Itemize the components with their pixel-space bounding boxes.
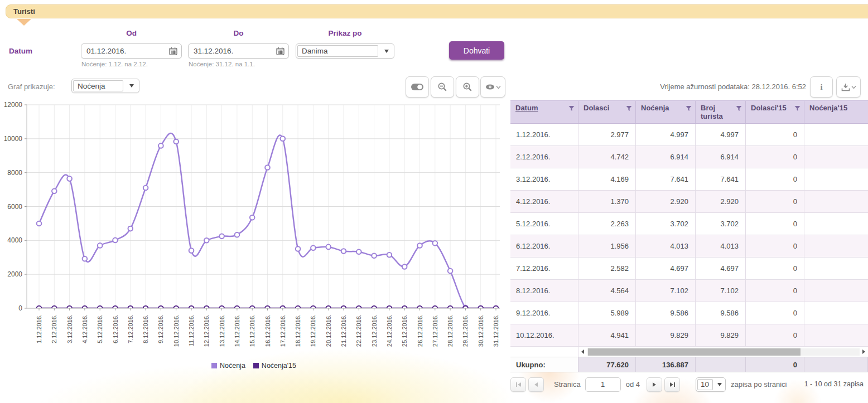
svg-text:12000: 12000 xyxy=(4,101,23,109)
svg-text:31.12.2016.: 31.12.2016. xyxy=(493,314,499,347)
chevron-down-icon[interactable] xyxy=(124,79,139,93)
line-chart[interactable]: 0200040006000800010000120001.12.2016.2.1… xyxy=(0,100,508,362)
zoom-in-button[interactable] xyxy=(456,76,479,98)
table-row[interactable]: 5.12.2016.2.2633.7023.7020 xyxy=(510,213,868,235)
date-to-value[interactable]: 31.12.2016. xyxy=(189,47,272,55)
totals-value xyxy=(696,357,746,372)
table-body: 1.12.2016.2.9774.9974.99702.12.2016.4.74… xyxy=(510,124,868,347)
chevron-down-icon[interactable] xyxy=(379,44,394,58)
cell-value: 0 xyxy=(746,258,804,279)
svg-text:30.12.2016.: 30.12.2016. xyxy=(478,314,484,347)
info-icon: i xyxy=(820,82,822,92)
scrollbar-track[interactable] xyxy=(587,348,860,356)
cell-value xyxy=(804,213,868,235)
scrollbar-thumb[interactable] xyxy=(588,348,801,356)
column-header-dolasci-15[interactable]: Dolasci'15 xyxy=(746,101,804,123)
chart-canvas[interactable]: 0200040006000800010000120001.12.2016.2.1… xyxy=(0,100,508,362)
cell-value: 0 xyxy=(746,191,804,212)
svg-text:19.12.2016.: 19.12.2016. xyxy=(310,314,316,347)
table-row[interactable]: 9.12.2016.5.9899.5869.5860 xyxy=(510,302,868,324)
page-label: Stranica xyxy=(554,380,581,389)
column-header-datum[interactable]: Datum xyxy=(510,101,578,123)
filter-icon[interactable] xyxy=(568,105,575,111)
filter-icon[interactable] xyxy=(686,105,692,111)
graf-prikazuje-select[interactable]: Noćenja xyxy=(71,79,139,93)
page-number-input[interactable] xyxy=(585,377,621,392)
last-page-button[interactable] xyxy=(664,377,680,392)
cell-value: 4.997 xyxy=(696,124,746,145)
zoom-out-button[interactable] xyxy=(431,76,454,98)
table-row[interactable]: 10.12.2016.4.9419.8299.8290 xyxy=(510,324,868,347)
totals-value: 136.887 xyxy=(636,357,696,372)
table-row[interactable]: 7.12.2016.2.5824.6974.6970 xyxy=(510,258,868,280)
toggle-series-button[interactable] xyxy=(406,76,429,98)
cell-value: 6.914 xyxy=(696,146,746,168)
svg-text:9.12.2016.: 9.12.2016. xyxy=(157,314,164,343)
first-page-button[interactable] xyxy=(510,377,526,392)
next-page-button[interactable] xyxy=(647,377,662,392)
column-label: Dolasci'15 xyxy=(751,104,787,123)
export-button[interactable] xyxy=(836,76,861,98)
cell-value xyxy=(804,124,868,145)
table-row[interactable]: 8.12.2016.4.5647.1027.1020 xyxy=(510,280,868,302)
calendar-icon[interactable] xyxy=(272,44,288,58)
previous-page-button[interactable] xyxy=(528,377,544,392)
tab-turisti[interactable]: Turisti xyxy=(6,4,868,18)
cell-value: 5.989 xyxy=(578,302,636,324)
svg-text:28.12.2016.: 28.12.2016. xyxy=(447,314,454,347)
prikaz-po-select[interactable]: Danima xyxy=(296,43,394,59)
table-horizontal-scrollbar[interactable] xyxy=(510,347,868,357)
date-to-field[interactable]: 31.12.2016. xyxy=(188,43,289,59)
column-header-no-enja-15[interactable]: Noćenja'15 xyxy=(804,101,868,123)
next-page-icon xyxy=(652,382,657,387)
table-row[interactable]: 4.12.2016.1.3702.9202.9200 xyxy=(510,191,868,213)
svg-text:6000: 6000 xyxy=(7,203,22,211)
table-row[interactable]: 1.12.2016.2.9774.9974.9970 xyxy=(510,124,868,146)
prikaz-po-selected-value[interactable]: Danima xyxy=(297,45,378,57)
cell-value: 4.941 xyxy=(578,324,636,346)
cell-value: 9.586 xyxy=(696,302,746,324)
page-count-label: od 4 xyxy=(626,380,640,389)
visibility-menu-button[interactable] xyxy=(480,76,505,98)
svg-text:0: 0 xyxy=(18,304,22,312)
svg-text:20.12.2016.: 20.12.2016. xyxy=(325,314,332,347)
legend-item[interactable]: Noćenja xyxy=(211,362,245,370)
svg-text:15.12.2016.: 15.12.2016. xyxy=(249,314,255,347)
cell-value: 0 xyxy=(746,124,804,145)
cell-date: 3.12.2016. xyxy=(510,168,578,190)
date-from-field[interactable]: 01.12.2016. xyxy=(81,43,182,59)
column-header-dolasci[interactable]: Dolasci xyxy=(578,101,636,123)
cell-value: 2.977 xyxy=(578,124,636,145)
date-from-value[interactable]: 01.12.2016. xyxy=(81,47,165,55)
column-label: Broj turista xyxy=(701,104,736,123)
column-header-no-enja[interactable]: Noćenja xyxy=(636,101,696,123)
totals-value: 0 xyxy=(746,357,804,372)
calendar-icon[interactable] xyxy=(165,44,181,58)
table-row[interactable]: 6.12.2016.1.9564.0134.0130 xyxy=(510,235,868,258)
chevron-down-icon[interactable] xyxy=(714,378,725,391)
scroll-right-arrow[interactable] xyxy=(860,347,868,357)
date-to-hint: Noćenje: 31.12. na 1.1. xyxy=(189,61,255,67)
page-size-value[interactable]: 10 xyxy=(697,379,713,390)
cell-date: 7.12.2016. xyxy=(510,258,578,279)
table-header-row: DatumDolasciNoćenjaBroj turistaDolasci'1… xyxy=(510,100,868,124)
column-header-broj-turista[interactable]: Broj turista xyxy=(696,101,746,123)
scroll-left-arrow[interactable] xyxy=(578,347,587,357)
cell-date: 9.12.2016. xyxy=(510,302,578,324)
legend-swatch-icon xyxy=(211,363,217,368)
filter-icon[interactable] xyxy=(736,105,742,111)
graf-prikazuje-selected-value[interactable]: Noćenja xyxy=(73,80,123,91)
eye-icon xyxy=(485,84,495,90)
fetch-button[interactable]: Dohvati xyxy=(449,41,504,60)
table-row[interactable]: 3.12.2016.4.1697.6417.6410 xyxy=(510,168,868,191)
column-label: Noćenja'15 xyxy=(809,104,847,123)
cell-value: 7.641 xyxy=(696,168,746,190)
page-size-select[interactable]: 10 xyxy=(696,377,726,392)
filter-icon[interactable] xyxy=(626,105,632,111)
info-button[interactable]: i xyxy=(810,76,833,98)
cell-value xyxy=(804,146,868,168)
table-row[interactable]: 2.12.2016.4.7426.9146.9140 xyxy=(510,146,868,168)
datum-label: Datum xyxy=(9,47,32,55)
legend-item[interactable]: Noćenja'15 xyxy=(253,362,296,370)
filter-icon[interactable] xyxy=(794,105,801,111)
